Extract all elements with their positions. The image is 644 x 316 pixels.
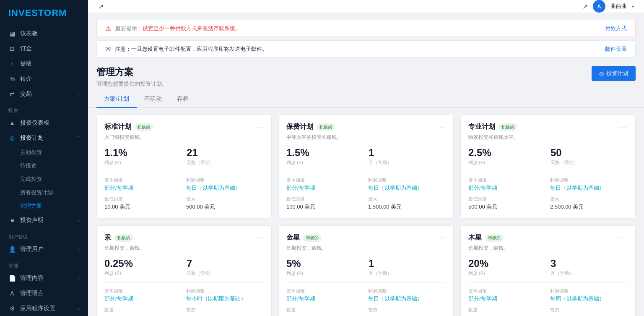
plan-menu-2[interactable]: ···: [619, 123, 628, 131]
sidebar-item-trading[interactable]: ⇄ 交易 ›: [0, 86, 88, 102]
sidebar-item-orders[interactable]: ⊡ 订金: [0, 41, 88, 56]
card-header-2: 专业计划 积极的 ···: [468, 123, 628, 131]
stat-duration-3: 7 天数（学期）: [187, 258, 264, 277]
plan-card-5: 木星 积极的 ··· 长期投资，赚钱。 20% 利息 (P) 3 月（学期）: [460, 225, 636, 316]
plan-card-1: 保费计划 积极的 ··· 中等水平的投资和赚钱。 1.5% 利息 (P) 1 月…: [278, 115, 454, 219]
inv-plans-arrow: ˅: [77, 136, 80, 141]
trading-arrow: ›: [78, 91, 80, 97]
plan-badge-2: 积极的: [499, 123, 517, 131]
withdraw-icon: ↑: [8, 60, 16, 67]
info-min-4: 数量: [286, 307, 364, 314]
plan-menu-0[interactable]: ···: [255, 123, 264, 131]
user-dropdown-icon[interactable]: ▾: [632, 4, 634, 9]
new-plan-button[interactable]: ◎ 投资计划: [592, 66, 636, 81]
sidebar-item-app-settings[interactable]: ⚙ 应用程序设置 ›: [0, 301, 88, 316]
card-stats-0: 1.1% 利息 (P) 21 天数（学期）: [104, 147, 264, 166]
plan-card-0: 标准计划 积极的 ··· 入门级投资赚钱。 1.1% 利息 (P) 21 天数（…: [96, 115, 272, 219]
alert-payment-link[interactable]: 付款方式: [605, 25, 627, 32]
stat-interest-5: 20% 利息 (P): [468, 258, 545, 277]
plan-desc-1: 中等水平的投资和赚钱。: [286, 134, 446, 141]
plan-title-5: 木星: [468, 233, 482, 242]
topbar-left: ↗: [98, 3, 104, 10]
card-title-row-1: 保费计划 积极的: [286, 123, 335, 131]
tab-active-plans[interactable]: 方案/计划: [96, 91, 137, 108]
stat-duration-2: 50 天数（学期）: [551, 147, 628, 166]
info-capital-return-3: 资本回报 部分/每学期: [104, 288, 182, 303]
sidebar: INVESTORM ▦ 仪表板 ⊡ 订金 ↑ 提取 % 转介 ⇄ 交易 › 投资…: [0, 0, 88, 316]
page-header-left: 管理方案 管理您想要提供的投资计划。: [96, 66, 167, 88]
plan-badge-4: 积极的: [303, 234, 322, 242]
stat-duration-0: 21 天数（学期）: [187, 147, 264, 166]
sidebar-sub-active-inv[interactable]: 主动投资: [20, 146, 88, 159]
card-header-1: 保费计划 积极的 ···: [286, 123, 446, 131]
plan-badge-5: 积极的: [485, 234, 504, 242]
plan-menu-4[interactable]: ···: [437, 233, 446, 242]
tab-inactive-plans[interactable]: 不活动: [137, 91, 169, 108]
sidebar-item-manage-lang[interactable]: A 管理语言: [0, 286, 88, 301]
info-min-2: 最低限度 500.00 美元: [468, 196, 546, 211]
card-stats-1: 1.5% 利息 (P) 1 月（学期）: [286, 147, 446, 166]
info-min-5: 数量: [468, 307, 546, 314]
sidebar-item-manage-users[interactable]: 👤 管理用户 ›: [0, 242, 88, 257]
sidebar-sub-completed-inv[interactable]: 完成投资: [20, 172, 88, 186]
plan-menu-3[interactable]: ···: [255, 233, 264, 242]
info-capital-return-0: 资本回报 部分/每学期: [104, 177, 182, 192]
admin-label: 管理: [0, 257, 88, 271]
user-name[interactable]: 曲曲曲: [610, 3, 627, 10]
plan-desc-4: 长期投资，赚钱。: [286, 245, 446, 252]
sidebar-item-inv-plans[interactable]: ◎ 投资计划 ˅: [0, 131, 88, 146]
sidebar-label-orders: 订金: [20, 45, 32, 52]
sidebar-sub-pending-inv[interactable]: 待投资: [20, 159, 88, 172]
dashboard-icon: ▦: [8, 30, 16, 37]
card-header-3: 汞 积极的 ···: [104, 233, 264, 242]
label-completed-inv: 完成投资: [20, 175, 42, 183]
sidebar-label-app-settings: 应用程序设置: [20, 305, 55, 312]
info-interest-adj-1: 利润调整 每日（以学期为基础）: [368, 177, 446, 192]
inv-dashboard-icon: ▲: [8, 120, 16, 126]
card-info-1: 资本回报 部分/每学期 利润调整 每日（以学期为基础） 最低限度 100.00 …: [286, 177, 446, 211]
manage-lang-icon: A: [8, 290, 16, 297]
page-header: 管理方案 管理您想要提供的投资计划。 ◎ 投资计划: [88, 57, 644, 91]
topbar-right: ↗ A 曲曲曲 ▾: [582, 0, 634, 13]
sidebar-item-withdraw[interactable]: ↑ 提取: [0, 56, 88, 71]
referral-icon: %: [8, 76, 16, 82]
card-title-row-2: 专业计划 积极的: [468, 123, 517, 131]
inv-statement-arrow: ›: [78, 218, 80, 223]
info-interest-adj-0: 利润调整 每日（以学期为基础）: [186, 177, 264, 192]
alert-info-content: ✉ 注意：一旦您设置电子邮件配置，应用程序库将发送电子邮件。: [105, 45, 267, 53]
sidebar-item-inv-statement[interactable]: ≡ 投资声明 ›: [0, 213, 88, 228]
card-stats-3: 0.25% 利息 (P) 7 天数（学期）: [104, 258, 264, 277]
plan-card-4: 金星 积极的 ··· 长期投资，赚钱。 5% 利息 (P) 1 月（学期）: [278, 225, 454, 316]
sidebar-label-inv-plans: 投资计划: [20, 134, 44, 142]
plan-menu-5[interactable]: ···: [619, 233, 628, 242]
info-interest-adj-2: 利润调整 每日（以学期为基础）: [550, 177, 628, 192]
info-capital-return-5: 资本回报 部分/每学期: [468, 288, 546, 303]
sidebar-item-manage-content[interactable]: 📄 管理内容 ›: [0, 271, 88, 286]
card-title-row-5: 木星 积极的: [468, 233, 504, 242]
stat-interest-0: 1.1% 利息 (P): [104, 147, 182, 166]
sidebar-item-dashboard[interactable]: ▦ 仪表板: [0, 26, 88, 41]
info-max-4: 投资: [368, 307, 446, 314]
plan-card-3: 汞 积极的 ··· 长期投资，赚钱。 0.25% 利息 (P) 7 天数（学期）: [96, 225, 272, 316]
sidebar-sub-all-inv[interactable]: 所有投资计划: [20, 186, 88, 199]
plan-title-0: 标准计划: [104, 123, 131, 131]
alert-mail-link[interactable]: 邮件设置: [605, 45, 627, 53]
sidebar-item-inv-dashboard[interactable]: ▲ 投资仪表板: [0, 115, 88, 131]
plan-menu-1[interactable]: ···: [437, 123, 446, 131]
new-plan-label: 投资计划: [606, 70, 628, 77]
card-stats-5: 20% 利息 (P) 3 月（学期）: [468, 258, 628, 277]
sidebar-item-referral[interactable]: % 转介: [0, 71, 88, 86]
plan-title-4: 金星: [286, 233, 300, 242]
sidebar-label-dashboard: 仪表板: [20, 30, 38, 37]
external-icon[interactable]: ↗: [582, 3, 588, 10]
plan-desc-2: 独家投资和赚钱水平。: [468, 134, 628, 141]
sidebar-label-trading: 交易: [20, 90, 32, 98]
sidebar-sub-manage-plans[interactable]: 管理方案: [20, 199, 88, 213]
info-capital-return-2: 资本回报 部分/每学期: [468, 177, 546, 192]
tabs: 方案/计划 不活动 存档: [88, 91, 644, 108]
info-max-0: 最大 500.00 美元: [186, 196, 264, 211]
external-link-icon[interactable]: ↗: [98, 3, 104, 10]
sidebar-label-withdraw: 提取: [20, 60, 32, 68]
tab-archived-plans[interactable]: 存档: [169, 91, 196, 108]
manage-content-arrow: ›: [78, 276, 80, 281]
